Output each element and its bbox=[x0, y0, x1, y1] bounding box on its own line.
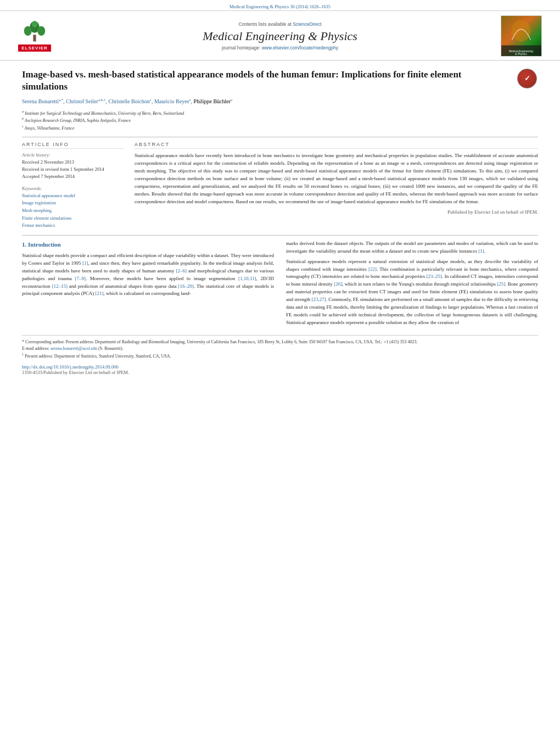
journal-cover-icon: Medical Engineering & Physics bbox=[501, 15, 541, 57]
authors-line: Serena Bonarettia,*, Christof Seilera,b,… bbox=[22, 97, 538, 106]
author-reyes: Mauricio Reyes bbox=[154, 99, 189, 105]
author-seiler: Christof Seiler bbox=[66, 99, 98, 105]
journal-homepage: journal homepage: www.elsevier.com/locat… bbox=[59, 45, 501, 51]
body-col-right: marks derived from the dataset objects. … bbox=[286, 240, 538, 330]
ref-16-20[interactable]: [16–20] bbox=[178, 283, 194, 289]
elsevier-logo: ELSEVIER bbox=[10, 20, 59, 52]
body-col-left: 1. Introduction Statistical shape models… bbox=[22, 240, 274, 330]
received-revised-date: Received in revised form 1 September 201… bbox=[22, 166, 124, 173]
affiliation-c: Ansys, Villeurbanne, France bbox=[25, 125, 75, 130]
article-info-col: ARTICLE INFO Article history: Received 2… bbox=[22, 142, 124, 229]
keyword-3: Mesh morphing bbox=[22, 207, 124, 215]
accepted-date: Accepted 7 September 2014 bbox=[22, 173, 124, 180]
ref-1b[interactable]: [1] bbox=[478, 248, 484, 254]
ref-12-15[interactable]: [12–15] bbox=[52, 283, 68, 289]
ref-7-9[interactable]: [7–9] bbox=[75, 276, 86, 281]
journal-title-banner: Medical Engineering & Physics bbox=[59, 29, 501, 43]
divider-2 bbox=[22, 235, 538, 236]
affiliation-b: Asclepios Research Group, INRIA, Sophia … bbox=[25, 118, 131, 123]
svg-text:& Physics: & Physics bbox=[515, 53, 527, 55]
elsevier-wordmark: ELSEVIER bbox=[18, 44, 51, 52]
journal-ref: Medical Engineering & Physics 36 (2014) … bbox=[229, 4, 331, 9]
article-info-header: ARTICLE INFO bbox=[22, 142, 124, 149]
email-link[interactable]: serena.bonaretti@ucsf.edu bbox=[51, 346, 97, 351]
section-1-heading: 1. Introduction bbox=[22, 240, 274, 249]
ref-1[interactable]: [1] bbox=[82, 260, 88, 266]
footnote-1: 1 Present address: Department of Statist… bbox=[22, 352, 538, 360]
article-content: Image-based vs. mesh-based statistical a… bbox=[0, 61, 560, 381]
keywords-label: Keywords: bbox=[22, 186, 124, 191]
abstract-paragraph: Statistical appearance models have recen… bbox=[135, 152, 538, 206]
ref-25b[interactable]: [25] bbox=[497, 281, 505, 287]
keyword-5: Femur mechanics bbox=[22, 222, 124, 230]
published-by: Published by Elsevier Ltd on behalf of I… bbox=[135, 209, 538, 215]
banner-center: Contents lists available at ScienceDirec… bbox=[59, 21, 501, 51]
ref-23-27[interactable]: [23,27] bbox=[312, 297, 326, 302]
contents-line: Contents lists available at ScienceDirec… bbox=[59, 21, 501, 27]
author-boichon: Christelle Boichon bbox=[109, 99, 150, 105]
footnote-star: * Corresponding author. Present address:… bbox=[22, 339, 538, 345]
svg-point-3 bbox=[37, 26, 45, 36]
crossmark-badge[interactable]: ✓ bbox=[517, 69, 538, 90]
ref-26[interactable]: [26] bbox=[334, 281, 342, 287]
info-abstract-section: ARTICLE INFO Article history: Received 2… bbox=[22, 142, 538, 229]
ref-2-6[interactable]: [2–6] bbox=[176, 268, 187, 274]
abstract-text: Statistical appearance models have recen… bbox=[135, 152, 538, 206]
elsevier-tree-icon bbox=[18, 20, 51, 43]
ref-1-10-11[interactable]: [1,10,11] bbox=[238, 276, 256, 281]
body-para-3: Statistical appearance models represent … bbox=[286, 258, 538, 327]
divider-1 bbox=[22, 137, 538, 137]
article-title: Image-based vs. mesh-based statistical a… bbox=[22, 69, 517, 93]
doi-line: http://dx.doi.org/10.1016/j.medengphy.20… bbox=[22, 364, 538, 370]
issn-line: 1350-4533/Published by Elsevier Ltd on b… bbox=[22, 370, 538, 375]
body-para-1: Statistical shape models provide a compa… bbox=[22, 252, 274, 298]
svg-rect-4 bbox=[33, 35, 36, 41]
keyword-4: Finite element simulations bbox=[22, 215, 124, 222]
crossmark-icon: ✓ bbox=[517, 69, 537, 88]
keyword-1: Statistical appearance model bbox=[22, 192, 124, 200]
homepage-url[interactable]: www.elsevier.com/locate/medengphy bbox=[262, 45, 338, 51]
author-buchler: Philippe Büchler bbox=[194, 99, 231, 105]
abstract-header: ABSTRACT bbox=[135, 142, 538, 149]
keyword-2: Image registration bbox=[22, 199, 124, 207]
affiliations: a Institute for Surgical Technology and … bbox=[22, 109, 538, 132]
body-para-2: marks derived from the dataset objects. … bbox=[286, 240, 538, 255]
svg-point-5 bbox=[32, 21, 38, 27]
doi-link[interactable]: http://dx.doi.org/10.1016/j.medengphy.20… bbox=[22, 364, 119, 370]
ref-22[interactable]: [22] bbox=[368, 266, 377, 272]
affiliation-a: Institute for Surgical Technology and Bi… bbox=[25, 110, 184, 115]
article-title-section: Image-based vs. mesh-based statistical a… bbox=[22, 69, 538, 93]
footnote-email: E-mail address: serena.bonaretti@ucsf.ed… bbox=[22, 345, 538, 352]
ref-23-25[interactable]: [23–25] bbox=[427, 274, 443, 279]
elsevier-banner: ELSEVIER Contents lists available at Sci… bbox=[0, 11, 560, 61]
journal-logo-image: Medical Engineering & Physics bbox=[501, 15, 542, 57]
body-section: 1. Introduction Statistical shape models… bbox=[22, 240, 538, 330]
svg-point-10 bbox=[511, 20, 530, 42]
history-label: Article history: bbox=[22, 152, 124, 158]
sciencedirect-link[interactable]: ScienceDirect bbox=[293, 21, 321, 27]
abstract-col: ABSTRACT Statistical appearance models h… bbox=[135, 142, 538, 229]
footnotes-section: * Corresponding author. Present address:… bbox=[22, 335, 538, 360]
svg-point-2 bbox=[24, 26, 32, 36]
ref-21[interactable]: [21] bbox=[95, 291, 103, 296]
journal-header-top: Medical Engineering & Physics 36 (2014) … bbox=[0, 0, 560, 11]
journal-logo-right: Medical Engineering & Physics bbox=[501, 15, 550, 57]
author-bonaretti: Serena Bonaretti bbox=[22, 99, 59, 105]
received-date: Received 2 November 2013 bbox=[22, 159, 124, 166]
